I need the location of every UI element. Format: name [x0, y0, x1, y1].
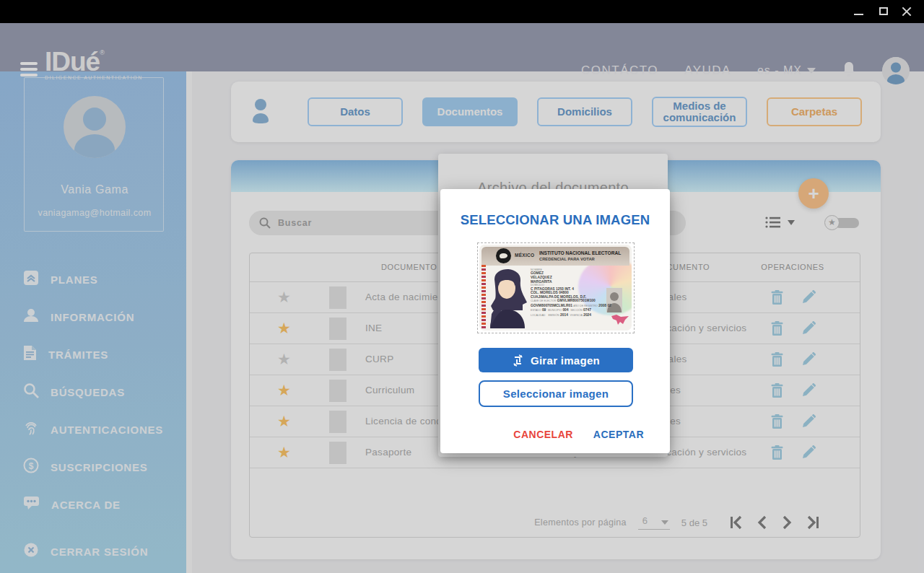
cancel-button[interactable]: CANCELAR — [513, 429, 573, 440]
select-image-label: Seleccionar imagen — [503, 388, 609, 400]
modal-actions: CANCELAR ACEPTAR — [513, 429, 644, 440]
rotate-image-label: Girar imagen — [531, 354, 600, 367]
ine-institute: INSTITUTO NACIONAL ELECTORAL — [539, 250, 621, 255]
modal-title: SELECCIONAR UNA IMAGEN — [440, 212, 670, 228]
select-image-modal: SELECCIONAR UNA IMAGEN MÉXICO INSTITUTO … — [440, 189, 670, 453]
mexico-map-icon — [611, 315, 629, 329]
ine-portrait — [487, 269, 528, 328]
ine-card-type: CREDENCIAL PARA VOTAR — [539, 257, 595, 261]
ine-country: MÉXICO — [515, 253, 534, 258]
select-image-button[interactable]: Seleccionar imagen — [479, 380, 633, 407]
ine-left-strip — [481, 265, 486, 328]
mexico-seal-icon — [496, 248, 511, 263]
selected-image-preview[interactable]: MÉXICO INSTITUTO NACIONAL ELECTORAL CRED… — [477, 242, 635, 333]
ine-text-block: NOMBRE GOMEZ VELAZQUEZ MARGARITA DOMICIL… — [531, 268, 624, 318]
ine-card-image: MÉXICO INSTITUTO NACIONAL ELECTORAL CRED… — [479, 245, 632, 331]
app-window: IDué® DILIGENCE AUTHENTICATION CONTÁCTO … — [0, 0, 924, 573]
accept-button[interactable]: ACEPTAR — [593, 429, 644, 440]
rotate-image-button[interactable]: Girar imagen — [479, 348, 633, 372]
rotate-icon — [512, 354, 524, 367]
ine-header-band: MÉXICO INSTITUTO NACIONAL ELECTORAL CRED… — [481, 247, 629, 266]
